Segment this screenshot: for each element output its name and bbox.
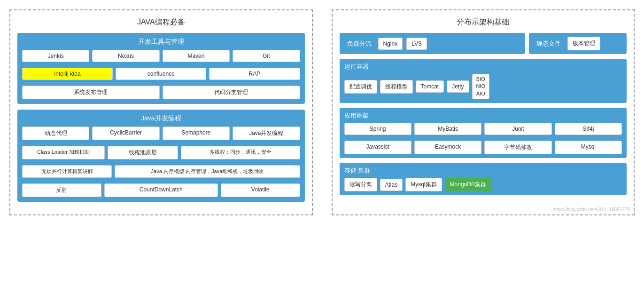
concurrent-title: Java并发编程 bbox=[22, 114, 300, 123]
item-jetty: Jetty bbox=[447, 80, 469, 93]
item-mybatis: MyBatis bbox=[414, 123, 481, 135]
item-atlas: Atlas bbox=[380, 179, 403, 191]
watermark: https://blog.csdn.net/u011_16681279 bbox=[552, 207, 630, 212]
containers-section: 运行容器 配置调优 线程模型 Tomcat Jetty BIO NIO AIO bbox=[340, 59, 627, 103]
item-reflect: 反射 bbox=[22, 183, 101, 197]
concurrent-row1: 动态代理 CyclicBarrier Semaphore Java并发编程 bbox=[22, 127, 300, 140]
static-files-label: 静态文件 bbox=[534, 38, 564, 50]
dev-tools-row2: intellij idea confluence RAP bbox=[22, 68, 300, 80]
item-confluence: confluence bbox=[116, 68, 206, 80]
dev-tools-section: 开发工具与管理 Jenkis Nexus Maven Git intellij … bbox=[17, 33, 305, 104]
item-java-concurrent: Java并发编程 bbox=[233, 127, 300, 140]
item-git: Git bbox=[233, 50, 300, 62]
app-framework-label: 应用框架 bbox=[344, 111, 622, 120]
dev-tools-title: 开发工具与管理 bbox=[22, 38, 300, 46]
item-memory-model: Java 内存模型 内存管理，Java堆和栈，垃圾回收 bbox=[115, 165, 300, 178]
left-panel-title: JAVA编程必备 bbox=[17, 17, 305, 27]
right-panel: 分布示架构基础 负载分流 Nginx LVS 静态文件 版本管理 运行容器 配置… bbox=[332, 9, 635, 215]
load-balance-box: 负载分流 Nginx LVS bbox=[340, 33, 526, 54]
dev-tools-row3: 系统发布管理 代码分支管理 bbox=[22, 86, 300, 99]
item-nginx: Nginx bbox=[378, 38, 403, 50]
item-maven: Maven bbox=[163, 50, 230, 62]
main-container: JAVA编程必备 开发工具与管理 Jenkis Nexus Maven Git … bbox=[9, 9, 635, 215]
item-rap: RAP bbox=[209, 68, 300, 80]
right-panel-title: 分布示架构基础 bbox=[340, 17, 627, 27]
item-junit: Junit bbox=[484, 123, 551, 135]
item-thread-pool: 线程池原层 bbox=[108, 146, 178, 159]
item-dynamic-proxy: 动态代理 bbox=[22, 127, 89, 140]
concurrent-row4: 反射 CountDownLatch Volatile bbox=[22, 183, 300, 197]
item-countdown: CountDownLatch bbox=[104, 183, 218, 197]
item-read-write: 读写分离 bbox=[344, 178, 377, 191]
bio-label: BIO bbox=[476, 76, 485, 83]
concurrent-row3: 无锁并行计算框架讲解 Java 内存模型 内存管理，Java堆和栈，垃圾回收 bbox=[22, 165, 300, 178]
item-version-mgmt: 版本管理 bbox=[567, 37, 600, 50]
app-row2: Javassist Easymock 字节码修改 Mysql bbox=[344, 141, 622, 154]
item-nexus: Nexus bbox=[92, 50, 159, 62]
item-config-tune: 配置调优 bbox=[344, 80, 377, 94]
left-panel: JAVA编程必备 开发工具与管理 Jenkis Nexus Maven Git … bbox=[9, 9, 313, 215]
storage-label: 存储 集群 bbox=[344, 166, 622, 175]
item-system-release: 系统发布管理 bbox=[22, 86, 160, 99]
static-files-box: 静态文件 版本管理 bbox=[529, 33, 627, 54]
dev-tools-row1: Jenkis Nexus Maven Git bbox=[22, 50, 300, 62]
item-cyclic-barrier: CyclicBarrier bbox=[92, 127, 159, 140]
item-tomcat: Tomcat bbox=[416, 80, 444, 93]
item-bytecode: 字节码修改 bbox=[484, 141, 551, 154]
item-intellij: intellij idea bbox=[22, 68, 113, 80]
concurrent-section: Java并发编程 动态代理 CyclicBarrier Semaphore Ja… bbox=[17, 110, 305, 202]
load-balance-label: 负载分流 bbox=[344, 38, 374, 50]
app-row1: Spring MyBatis Junit SIf4j bbox=[344, 123, 622, 135]
item-mongodb-cluster: MongoDB集群 bbox=[445, 178, 491, 191]
app-framework-section: 应用框架 Spring MyBatis Junit SIf4j Javassis… bbox=[340, 108, 627, 158]
item-javassist: Javassist bbox=[344, 141, 411, 154]
item-lockless: 无锁并行计算框架讲解 bbox=[22, 165, 112, 178]
item-mysql: Mysql bbox=[555, 141, 622, 154]
item-mysql-cluster: Mysql集群 bbox=[405, 178, 442, 191]
aio-label: AIO bbox=[476, 90, 485, 97]
item-semaphore: Semaphore bbox=[163, 127, 230, 140]
item-code-branch: 代码分支管理 bbox=[163, 86, 300, 99]
concurrent-row2: Class Loader 加载机制 线程池原层 多线程：同步，通讯，安全 bbox=[22, 146, 300, 159]
item-bio-nio-aio: BIO NIO AIO bbox=[472, 74, 490, 99]
item-classloader: Class Loader 加载机制 bbox=[22, 146, 105, 159]
item-multithread: 多线程：同步，通讯，安全 bbox=[181, 146, 300, 159]
item-thread-model: 线程模型 bbox=[380, 80, 413, 94]
item-lvs: LVS bbox=[406, 38, 427, 50]
nio-label: NIO bbox=[476, 83, 486, 90]
item-slf4j: SIf4j bbox=[555, 123, 622, 135]
item-volatile: Volatile bbox=[221, 183, 300, 197]
storage-section: 存储 集群 读写分离 Atlas Mysql集群 MongoDB集群 bbox=[340, 163, 627, 195]
item-easymock: Easymock bbox=[414, 141, 481, 154]
top-row-right: 负载分流 Nginx LVS 静态文件 版本管理 bbox=[340, 33, 627, 54]
containers-label: 运行容器 bbox=[344, 63, 622, 71]
item-spring: Spring bbox=[344, 123, 411, 135]
item-jenkis: Jenkis bbox=[22, 50, 89, 62]
